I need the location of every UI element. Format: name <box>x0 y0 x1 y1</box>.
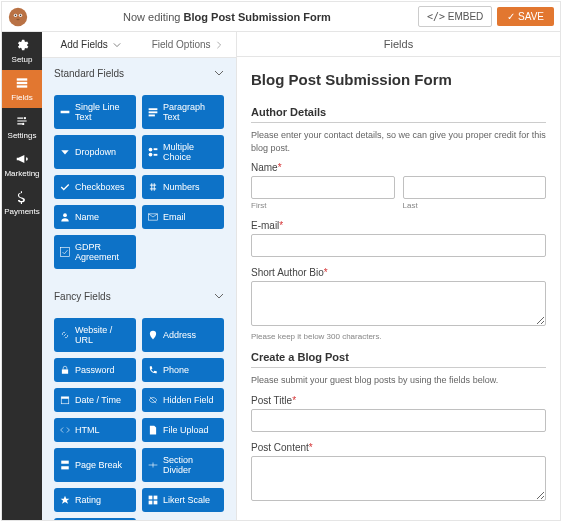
check-square-icon <box>60 247 70 257</box>
svg-point-0 <box>9 7 27 25</box>
pin-icon <box>148 330 158 340</box>
field-single-line[interactable]: Single Line Text <box>54 95 136 129</box>
tab-field-options[interactable]: Field Options <box>139 32 236 57</box>
save-button[interactable]: ✓ SAVE <box>497 7 554 26</box>
last-sublabel: Last <box>403 201 547 210</box>
svg-rect-12 <box>149 108 158 110</box>
sidebar: Add Fields Field Options Standard Fields… <box>42 32 237 520</box>
file-icon <box>148 425 158 435</box>
lock-icon <box>60 365 70 375</box>
email-input[interactable] <box>251 234 546 257</box>
field-password[interactable]: Password <box>54 358 136 382</box>
field-nps[interactable]: Net Promoter Score <box>54 518 136 520</box>
svg-rect-8 <box>17 85 28 87</box>
nav-fields[interactable]: Fields <box>2 70 42 108</box>
last-name-input[interactable] <box>403 176 547 199</box>
bio-textarea[interactable] <box>251 281 546 326</box>
paragraph-icon <box>148 107 158 117</box>
field-file[interactable]: File Upload <box>142 418 224 442</box>
grid-icon <box>148 495 158 505</box>
post-content-label: Post Content* <box>251 442 546 453</box>
svg-point-4 <box>20 14 22 16</box>
field-hidden[interactable]: Hidden Field <box>142 388 224 412</box>
field-paragraph[interactable]: Paragraph Text <box>142 95 224 129</box>
svg-rect-16 <box>154 148 158 150</box>
form-preview: Blog Post Submission Form Author Details… <box>237 57 560 520</box>
field-pagebreak[interactable]: Page Break <box>54 448 136 482</box>
author-desc: Please enter your contact details, so we… <box>251 129 546 154</box>
field-name[interactable]: Name <box>54 205 136 229</box>
field-divider[interactable]: Section Divider <box>142 448 224 482</box>
calendar-icon <box>60 395 70 405</box>
svg-point-15 <box>149 148 153 152</box>
svg-rect-28 <box>154 496 158 500</box>
svg-point-9 <box>24 117 26 119</box>
field-dropdown[interactable]: Dropdown <box>54 135 136 169</box>
name-label: Name* <box>251 162 546 173</box>
editing-title: Now editing Blog Post Submission Form <box>36 11 418 23</box>
chevron-down-icon <box>214 68 224 78</box>
field-likert[interactable]: Likert Scale <box>142 488 224 512</box>
caret-down-icon <box>60 147 70 157</box>
svg-rect-27 <box>149 496 153 500</box>
form-title: Blog Post Submission Form <box>251 71 546 88</box>
content-header: Fields <box>237 32 560 57</box>
svg-rect-24 <box>61 397 69 399</box>
svg-point-17 <box>149 153 153 157</box>
svg-rect-30 <box>154 501 158 505</box>
text-icon <box>60 107 70 117</box>
svg-rect-14 <box>149 115 155 117</box>
svg-point-19 <box>63 213 67 217</box>
check-icon <box>60 182 70 192</box>
field-numbers[interactable]: Numbers <box>142 175 224 199</box>
list-icon <box>15 76 29 90</box>
radio-icon <box>148 147 158 157</box>
divider-icon <box>148 460 158 470</box>
field-checkboxes[interactable]: Checkboxes <box>54 175 136 199</box>
hash-icon <box>148 182 158 192</box>
pagebreak-icon <box>60 460 70 470</box>
field-gdpr[interactable]: GDPR Agreement <box>54 235 136 269</box>
svg-rect-25 <box>61 461 69 464</box>
left-nav: Setup Fields Settings Marketing Payments <box>2 32 42 520</box>
field-website[interactable]: Website / URL <box>54 318 136 352</box>
nav-payments[interactable]: Payments <box>2 184 42 222</box>
nav-settings[interactable]: Settings <box>2 108 42 146</box>
svg-rect-26 <box>61 466 69 469</box>
post-title-input[interactable] <box>251 409 546 432</box>
embed-button[interactable]: </> EMBED <box>418 6 492 27</box>
post-title-label: Post Title* <box>251 395 546 406</box>
gear-icon <box>15 38 29 52</box>
svg-point-10 <box>22 123 24 125</box>
section-fancy[interactable]: Fancy Fields <box>42 281 236 312</box>
svg-rect-29 <box>149 501 153 505</box>
email-label: E-mail* <box>251 220 546 231</box>
nav-setup[interactable]: Setup <box>2 32 42 70</box>
field-html[interactable]: HTML <box>54 418 136 442</box>
tab-add-fields[interactable]: Add Fields <box>42 32 139 57</box>
bio-label: Short Author Bio* <box>251 267 546 278</box>
code-icon <box>60 425 70 435</box>
field-phone[interactable]: Phone <box>142 358 224 382</box>
section-standard[interactable]: Standard Fields <box>42 58 236 89</box>
field-address[interactable]: Address <box>142 318 224 352</box>
first-name-input[interactable] <box>251 176 395 199</box>
chevron-down-icon <box>113 41 121 49</box>
svg-rect-7 <box>17 82 28 84</box>
chevron-right-icon <box>215 41 223 49</box>
field-multiple[interactable]: Multiple Choice <box>142 135 224 169</box>
svg-rect-13 <box>149 111 158 113</box>
svg-rect-18 <box>154 154 158 156</box>
nav-marketing[interactable]: Marketing <box>2 146 42 184</box>
svg-rect-22 <box>62 369 68 373</box>
star-icon <box>60 495 70 505</box>
section-author: Author Details <box>251 106 546 123</box>
bullhorn-icon <box>15 152 29 166</box>
post-desc: Please submit your guest blog posts by u… <box>251 374 546 387</box>
section-post: Create a Blog Post <box>251 351 546 368</box>
dollar-icon <box>15 190 29 204</box>
post-content-textarea[interactable] <box>251 456 546 501</box>
field-rating[interactable]: Rating <box>54 488 136 512</box>
field-email[interactable]: Email <box>142 205 224 229</box>
field-date[interactable]: Date / Time <box>54 388 136 412</box>
